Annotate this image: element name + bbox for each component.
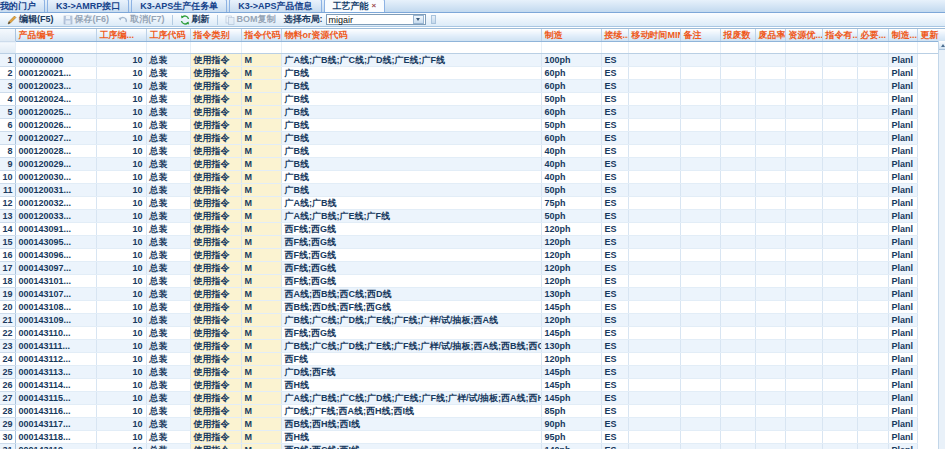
cell-update[interactable]: Planl bbox=[888, 106, 917, 119]
cell-cmd-valid[interactable] bbox=[822, 197, 857, 210]
cell-cmd-type[interactable]: 使用指令 bbox=[190, 132, 241, 145]
cell-mfg-capacity[interactable]: 120ph bbox=[541, 223, 601, 236]
cell-move-time[interactable] bbox=[628, 275, 680, 288]
cell-update[interactable]: Planl bbox=[888, 119, 917, 132]
cell-move-time[interactable] bbox=[628, 197, 680, 210]
cell-update[interactable]: Planl bbox=[888, 223, 917, 236]
cell-cmd-code[interactable]: M bbox=[241, 184, 281, 197]
cell-next[interactable]: ES bbox=[601, 132, 628, 145]
cell-material[interactable]: 广B线 bbox=[281, 132, 541, 145]
cell-remark[interactable] bbox=[680, 405, 720, 418]
cell-cmd-code[interactable]: M bbox=[241, 366, 281, 379]
cell-scrap-qty[interactable] bbox=[720, 418, 755, 431]
cell-op-code[interactable]: 总装 bbox=[146, 210, 190, 223]
cell-op-seq[interactable]: 10 bbox=[96, 444, 146, 449]
table-row[interactable]: 25000143113...10总装使用指令M广D线;西F线145phESPla… bbox=[0, 366, 945, 379]
cell-resource-pri[interactable] bbox=[785, 223, 822, 236]
cell-product-id[interactable]: 000120026... bbox=[15, 119, 96, 132]
cell-scrap-qty[interactable] bbox=[720, 106, 755, 119]
cell-remark[interactable] bbox=[680, 275, 720, 288]
table-row[interactable]: 27000143115...10总装使用指令M广A线;广B线;广C线;广D线;广… bbox=[0, 392, 945, 405]
cell-material[interactable]: 西F线;西G线 bbox=[281, 262, 541, 275]
column-header-material[interactable]: 物料or资源代码 bbox=[281, 29, 541, 42]
cell-next[interactable]: ES bbox=[601, 353, 628, 366]
cell-remark[interactable] bbox=[680, 223, 720, 236]
cell-necessary[interactable] bbox=[857, 431, 888, 444]
cell-material[interactable]: 广B线 bbox=[281, 106, 541, 119]
table-row[interactable]: 28000143116...10总装使用指令M广D线;广F线;西A线;西H线;西… bbox=[0, 405, 945, 418]
cell-cmd-type[interactable]: 使用指令 bbox=[190, 67, 241, 80]
column-header-mfg-capacity[interactable]: 制造 bbox=[541, 29, 601, 42]
cell-remark[interactable] bbox=[680, 288, 720, 301]
cell-cmd-code[interactable]: M bbox=[241, 314, 281, 327]
cell-update[interactable]: Planl bbox=[888, 67, 917, 80]
cell-move-time[interactable] bbox=[628, 392, 680, 405]
cell-cmd-type[interactable]: 使用指令 bbox=[190, 262, 241, 275]
cell-cmd-type[interactable]: 使用指令 bbox=[190, 184, 241, 197]
cell-cmd-type[interactable]: 使用指令 bbox=[190, 223, 241, 236]
cell-op-code[interactable]: 总装 bbox=[146, 301, 190, 314]
column-header-move-time[interactable]: 移动时间MIN bbox=[628, 29, 680, 42]
cell-scrap-rate[interactable] bbox=[755, 314, 785, 327]
cell-mfg-capacity[interactable]: 145ph bbox=[541, 366, 601, 379]
column-header-update[interactable]: 更新 bbox=[917, 29, 945, 42]
filter-cell-cmd-code[interactable] bbox=[241, 42, 281, 54]
cell-resource-pri[interactable] bbox=[785, 262, 822, 275]
cell-move-time[interactable] bbox=[628, 301, 680, 314]
cell-necessary[interactable] bbox=[857, 327, 888, 340]
cell-scrap-rate[interactable] bbox=[755, 93, 785, 106]
cell-cmd-type[interactable]: 使用指令 bbox=[190, 171, 241, 184]
cell-op-seq[interactable]: 10 bbox=[96, 262, 146, 275]
refresh-button[interactable]: 刷新 bbox=[176, 14, 214, 26]
filter-cell-mfg-extra[interactable] bbox=[888, 42, 917, 54]
cell-move-time[interactable] bbox=[628, 249, 680, 262]
cell-move-time[interactable] bbox=[628, 93, 680, 106]
cell-necessary[interactable] bbox=[857, 444, 888, 449]
cell-product-id[interactable]: 000143119... bbox=[15, 444, 96, 449]
cell-cmd-type[interactable]: 使用指令 bbox=[190, 379, 241, 392]
cell-cmd-type[interactable]: 使用指令 bbox=[190, 314, 241, 327]
cell-material[interactable]: 西F线;西G线 bbox=[281, 236, 541, 249]
cell-material[interactable]: 广B线 bbox=[281, 158, 541, 171]
cell-cmd-type[interactable]: 使用指令 bbox=[190, 444, 241, 449]
cell-remark[interactable] bbox=[680, 54, 720, 67]
cell-update[interactable]: Planl bbox=[888, 327, 917, 340]
table-row[interactable]: 23000143111...10总装使用指令M广B线;广C线;广D线;广E线;广… bbox=[0, 340, 945, 353]
cell-op-seq[interactable]: 10 bbox=[96, 327, 146, 340]
cell-next[interactable]: ES bbox=[601, 340, 628, 353]
cell-op-seq[interactable]: 10 bbox=[96, 197, 146, 210]
cell-material[interactable]: 广B线;广C线;广D线;广E线;广F线;广样/试/抽板;西A线;西B线;西C线;… bbox=[281, 340, 541, 353]
cell-move-time[interactable] bbox=[628, 158, 680, 171]
cell-remark[interactable] bbox=[680, 145, 720, 158]
cell-move-time[interactable] bbox=[628, 119, 680, 132]
cell-necessary[interactable] bbox=[857, 340, 888, 353]
cell-op-seq[interactable]: 10 bbox=[96, 379, 146, 392]
cell-cmd-code[interactable]: M bbox=[241, 210, 281, 223]
cell-cmd-type[interactable]: 使用指令 bbox=[190, 301, 241, 314]
cell-cmd-code[interactable]: M bbox=[241, 379, 281, 392]
cell-resource-pri[interactable] bbox=[785, 418, 822, 431]
cell-resource-pri[interactable] bbox=[785, 158, 822, 171]
cell-move-time[interactable] bbox=[628, 210, 680, 223]
cell-remark[interactable] bbox=[680, 444, 720, 449]
cell-resource-pri[interactable] bbox=[785, 301, 822, 314]
cell-cmd-valid[interactable] bbox=[822, 158, 857, 171]
cell-material[interactable]: 西F线;西G线 bbox=[281, 223, 541, 236]
cell-remark[interactable] bbox=[680, 210, 720, 223]
cell-cmd-valid[interactable] bbox=[822, 249, 857, 262]
cell-move-time[interactable] bbox=[628, 444, 680, 449]
cell-op-code[interactable]: 总装 bbox=[146, 106, 190, 119]
cell-update[interactable]: Planl bbox=[888, 288, 917, 301]
cell-resource-pri[interactable] bbox=[785, 106, 822, 119]
cell-product-id[interactable]: 000143097... bbox=[15, 262, 96, 275]
table-row[interactable]: 7000120027...10总装使用指令M广B线60phESPlanl bbox=[0, 132, 945, 145]
cell-op-code[interactable]: 总装 bbox=[146, 275, 190, 288]
cell-resource-pri[interactable] bbox=[785, 288, 822, 301]
cell-necessary[interactable] bbox=[857, 145, 888, 158]
cell-mfg-capacity[interactable]: 50ph bbox=[541, 184, 601, 197]
filter-cell-scrap-rate[interactable] bbox=[755, 42, 785, 54]
cell-resource-pri[interactable] bbox=[785, 366, 822, 379]
table-row[interactable]: 6000120026...10总装使用指令M广B线50phESPlanl bbox=[0, 119, 945, 132]
cell-cmd-code[interactable]: M bbox=[241, 340, 281, 353]
cell-move-time[interactable] bbox=[628, 171, 680, 184]
